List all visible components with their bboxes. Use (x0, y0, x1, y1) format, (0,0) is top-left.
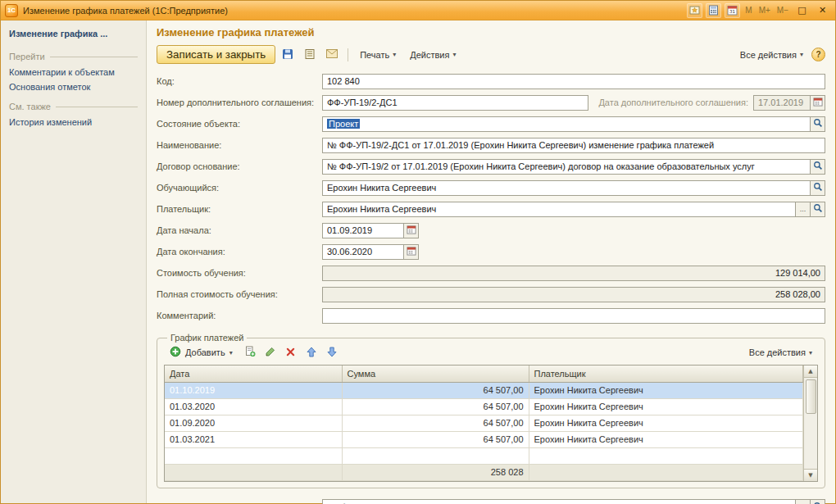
table-row[interactable]: 01.03.2021 64 507,00 Ерохин Никита Серге… (165, 431, 803, 447)
chevron-down-icon: ▾ (809, 349, 812, 356)
titlebar-controls: 31 М М+ М− □ ✕ (687, 3, 831, 18)
chevron-down-icon: ▾ (229, 349, 233, 356)
add-row-label: Добавить (185, 347, 225, 357)
magnifier-icon (813, 502, 823, 504)
form-row-agreement: Номер дополнительного соглашения: Дата д… (157, 92, 825, 113)
date-end-field[interactable] (322, 244, 404, 260)
favorites-star-icon[interactable] (687, 3, 702, 18)
journal-icon (304, 48, 316, 61)
arrow-down-icon (327, 347, 337, 359)
responsible-select-button[interactable]: ... (796, 499, 811, 504)
actions-menu-button[interactable]: Действия ▾ (404, 48, 461, 62)
cell-sum[interactable]: 64 507,00 (342, 415, 529, 431)
date-start-field[interactable] (322, 223, 404, 238)
move-down-button[interactable] (323, 344, 341, 361)
date-start-calendar-button[interactable] (404, 223, 419, 238)
window-body: Изменение графика ... Перейти Комментари… (1, 20, 835, 503)
memory-m-button[interactable]: М (743, 6, 753, 15)
close-button[interactable]: ✕ (814, 3, 831, 18)
cell-date[interactable]: 01.03.2020 (165, 398, 342, 415)
cell-payer[interactable]: Ерохин Никита Сергеевич (529, 415, 803, 431)
contract-lookup-button[interactable] (811, 159, 825, 175)
print-label: Печать (360, 50, 389, 60)
schedule-all-actions-button[interactable]: Все действия ▾ (743, 345, 818, 360)
name-field[interactable] (322, 138, 825, 153)
scroll-up-button[interactable]: ▲ (804, 366, 817, 378)
cell-payer[interactable]: Ерохин Никита Сергеевич (529, 382, 803, 398)
all-actions-menu-button[interactable]: Все действия ▾ (734, 48, 809, 62)
table-row[interactable]: 01.10.2019 64 507,00 Ерохин Никита Серге… (165, 382, 803, 398)
total-sum-cell: 258 028 (342, 464, 529, 480)
form-row-contract: Договор основание: (157, 156, 825, 177)
table-row[interactable]: 01.03.2020 64 507,00 Ерохин Никита Серге… (165, 398, 803, 415)
edit-row-button[interactable] (261, 344, 279, 361)
post-document-button[interactable] (300, 46, 320, 64)
column-header-date[interactable]: Дата (165, 366, 342, 382)
table-header-row: Дата Сумма Плательщик (165, 366, 803, 382)
state-field[interactable]: Проект (322, 116, 811, 132)
student-lookup-button[interactable] (811, 180, 825, 196)
cell-payer[interactable]: Ерохин Никита Сергеевич (529, 431, 803, 447)
maximize-button[interactable]: □ (793, 3, 811, 18)
scrollbar-thumb[interactable] (806, 379, 816, 414)
student-field[interactable] (322, 180, 811, 196)
print-menu-button[interactable]: Печать ▾ (354, 48, 402, 62)
scroll-down-button[interactable]: ▼ (804, 469, 817, 481)
cell-payer[interactable]: Ерохин Никита Сергеевич (529, 398, 803, 415)
responsible-lookup-button[interactable] (811, 499, 825, 504)
magnifier-icon (813, 161, 823, 172)
calendar-icon (407, 246, 416, 257)
sidebar-link-grounds[interactable]: Основания отметок (9, 82, 138, 92)
svg-text:31: 31 (729, 9, 735, 14)
cell-sum[interactable]: 64 507,00 (342, 382, 529, 398)
column-header-payer[interactable]: Плательщик (529, 366, 803, 382)
move-up-button[interactable] (302, 344, 320, 361)
cell-date[interactable]: 01.10.2019 (165, 382, 342, 398)
name-label: Наименование: (157, 140, 322, 150)
chevron-down-icon: ▾ (393, 51, 396, 58)
payer-field[interactable] (322, 202, 796, 217)
save-and-close-button[interactable]: Записать и закрыть (157, 45, 275, 64)
calendar-icon[interactable]: 31 (725, 3, 740, 18)
date-end-calendar-button[interactable] (404, 244, 419, 260)
agreement-number-field[interactable] (322, 95, 588, 111)
memory-m-plus-button[interactable]: М+ (757, 6, 772, 15)
payer-lookup-button[interactable] (811, 202, 825, 217)
delete-row-button[interactable] (282, 344, 300, 361)
form-row-date-start: Дата начала: (157, 220, 825, 241)
cell-date[interactable]: 01.03.2021 (165, 431, 342, 447)
cell-sum[interactable]: 64 507,00 (342, 431, 529, 447)
column-header-sum[interactable]: Сумма (342, 366, 529, 382)
calendar-icon (813, 97, 823, 108)
title-bar: 1С Изменение графика платежей (1С:Предпр… (1, 1, 835, 20)
help-button[interactable]: ? (811, 48, 825, 61)
save-button[interactable] (278, 46, 298, 64)
add-row-button[interactable]: Добавить ▾ (164, 344, 239, 361)
actions-label: Действия (410, 50, 449, 60)
sidebar-section-see-also: См. также (9, 102, 138, 111)
sidebar-link-comments[interactable]: Комментарии к объектам (9, 67, 138, 77)
cost-label: Стоимость обучения: (157, 268, 322, 278)
agreement-date-calendar-button[interactable] (811, 95, 825, 111)
comment-field[interactable] (322, 308, 825, 324)
contract-field[interactable] (322, 159, 811, 175)
cell-sum[interactable]: 64 507,00 (342, 398, 529, 415)
add-copy-button[interactable] (241, 344, 259, 361)
magnifier-icon (813, 203, 823, 215)
table-row[interactable]: 01.09.2020 64 507,00 Ерохин Никита Серге… (165, 415, 803, 431)
agreement-number-label: Номер дополнительного соглашения: (157, 98, 322, 107)
command-toolbar: Записать и закрыть Печать ▾ Действия (157, 45, 825, 64)
calculator-icon[interactable] (706, 3, 721, 18)
send-mail-button[interactable] (322, 46, 342, 64)
arrow-up-icon (307, 347, 316, 359)
navigation-sidebar: Изменение графика ... Перейти Комментари… (1, 20, 147, 503)
memory-m-minus-button[interactable]: М− (775, 6, 790, 15)
payer-select-button[interactable]: ... (796, 202, 811, 217)
responsible-field[interactable] (322, 499, 796, 504)
sidebar-current-item[interactable]: Изменение графика ... (9, 29, 138, 39)
sidebar-link-history[interactable]: История изменений (9, 117, 138, 127)
state-lookup-button[interactable] (811, 116, 825, 132)
code-field[interactable] (322, 74, 825, 89)
cell-date[interactable]: 01.09.2020 (165, 415, 342, 431)
table-vertical-scrollbar[interactable]: ▲ ▼ (803, 366, 817, 481)
